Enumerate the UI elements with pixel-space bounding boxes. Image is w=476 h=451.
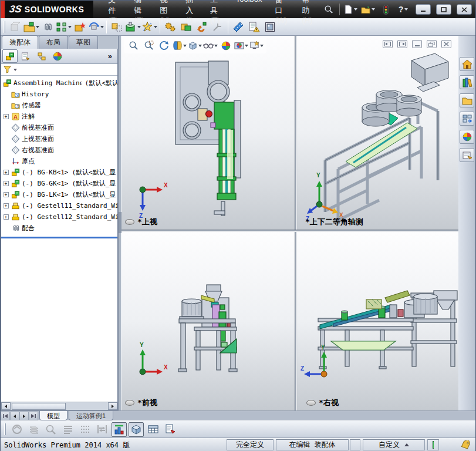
tree-item-root[interactable]: Assembling Machine (默认<默认 [1, 78, 117, 89]
component-preview-button[interactable] [60, 422, 76, 437]
tree-split-bar[interactable] [1, 237, 117, 238]
display-style-button[interactable] [188, 39, 202, 53]
insert-components-button[interactable] [23, 19, 39, 35]
mate-button[interactable] [40, 19, 55, 35]
menu-help[interactable]: 帮助(H) [295, 0, 322, 27]
prev-tab-button[interactable] [10, 412, 19, 420]
close-button[interactable] [457, 4, 472, 15]
design-table-button[interactable] [146, 422, 161, 437]
assemblyxpert-button[interactable] [194, 19, 210, 35]
tree-item-history[interactable]: History [1, 89, 117, 100]
overflow-chevron[interactable]: » [108, 52, 116, 60]
apply-scene-button[interactable] [234, 39, 248, 53]
scrollbar-thumb[interactable] [12, 403, 66, 410]
viewport-top[interactable]: X Z *上视 [121, 36, 295, 230]
tab-motion-study-1[interactable]: 运动算例1 [69, 411, 113, 420]
propertymanager-tab-button[interactable] [18, 49, 33, 63]
tree-item-right-plane[interactable]: 右视基准面 [1, 144, 117, 156]
tab-model[interactable]: 模型 [39, 411, 67, 420]
tree-filter-bar[interactable] [1, 64, 117, 76]
capture-image-button[interactable] [262, 19, 278, 35]
zoom-to-fit-button[interactable] [127, 39, 141, 53]
next-document-button[interactable] [397, 40, 407, 48]
exploded-view-button[interactable] [163, 19, 178, 35]
options-button[interactable] [379, 3, 393, 16]
tree-item-bg-kb[interactable]: +(-) BG-KB<1>(默认<默认_显 [1, 167, 117, 178]
custom-properties-button[interactable] [460, 148, 474, 162]
view-settings-button[interactable] [249, 39, 264, 53]
tree-item-sensors[interactable]: 传感器 [1, 100, 117, 111]
expand-toggle[interactable]: + [4, 214, 9, 220]
tree-item-mates[interactable]: 配合 [1, 223, 117, 234]
design-library-button[interactable] [460, 75, 474, 89]
tree-item-top-plane[interactable]: 上视基准面 [1, 133, 117, 144]
solidworks-resources-button[interactable] [460, 57, 474, 71]
performance-evaluation-button[interactable] [247, 19, 262, 35]
viewport-vertical-divider[interactable] [295, 36, 297, 410]
tree-item-origin[interactable]: 原点 [1, 156, 117, 167]
view-palette-button[interactable] [460, 112, 474, 126]
doc-restore-button[interactable] [427, 40, 437, 48]
restore-button[interactable] [436, 4, 451, 15]
tree-item-gestell12[interactable]: +(-) Gestell12_Standard_Wie [1, 211, 117, 223]
linear-component-pattern-button[interactable] [56, 19, 72, 35]
graphics-area[interactable]: X Z *上视 [121, 36, 457, 410]
zoom-to-area-button[interactable] [142, 39, 156, 53]
tree-item-bg-lk[interactable]: +(-) BG-LK<1>(默认<默认_显 [1, 189, 117, 200]
move-component-button[interactable] [88, 19, 104, 35]
interference-detection-button[interactable] [178, 19, 194, 35]
next-tab-button[interactable] [19, 412, 29, 420]
rotate-view-button[interactable] [157, 39, 171, 53]
last-tab-button[interactable] [29, 412, 38, 420]
expand-toggle[interactable]: + [4, 203, 9, 208]
minimize-button[interactable] [416, 4, 431, 15]
viewport-front[interactable]: Y X *前视 [121, 232, 295, 410]
open-document-button[interactable] [361, 3, 375, 16]
edit-appearances-button[interactable] [43, 422, 59, 437]
section-view-button[interactable] [173, 39, 187, 53]
measure-button[interactable] [231, 19, 246, 35]
tree-item-bg-gk[interactable]: +(-) BG-GK<1>(默认<默认_显 [1, 178, 117, 189]
viewport-isometric[interactable]: Y Z X *上下二等角轴测 [297, 36, 458, 230]
appearances-scenes-button[interactable] [460, 130, 474, 144]
tab-assembly[interactable]: 装配体 [2, 35, 38, 49]
reference-geometry-button[interactable] [141, 19, 157, 35]
doc-minimize-button[interactable] [412, 40, 422, 48]
expand-toggle[interactable]: + [4, 192, 9, 197]
selection-filter-button[interactable] [9, 422, 25, 437]
help-button[interactable]: ? [396, 3, 410, 16]
hide-show-items-button[interactable] [203, 39, 218, 53]
export-table-button[interactable] [163, 422, 178, 437]
viewport-horizontal-divider[interactable] [121, 230, 458, 232]
dimxpertmanager-tab-button[interactable] [50, 49, 65, 63]
featuremanager-tab-button[interactable] [2, 49, 18, 63]
configurationmanager-tab-button[interactable] [34, 49, 49, 63]
synchronize-button[interactable] [94, 422, 110, 437]
tab-layout[interactable]: 布局 [39, 35, 68, 49]
tree-item-gestell11[interactable]: +(-) Gestell11_Standard_Wie [1, 200, 117, 211]
smart-fasteners-button[interactable] [72, 19, 87, 35]
previous-document-button[interactable] [383, 40, 393, 48]
scroll-right-button[interactable] [108, 402, 117, 410]
search-button[interactable] [322, 3, 336, 16]
tree-horizontal-scrollbar[interactable] [1, 402, 117, 410]
show-hidden-components-button[interactable] [109, 19, 124, 35]
tag-button[interactable] [461, 440, 471, 451]
status-help-button[interactable]: ? [427, 439, 439, 450]
expand-toggle[interactable]: + [4, 114, 9, 119]
viewport-right[interactable]: Y Z *右视 [297, 232, 458, 410]
edit-appearance-button[interactable] [219, 39, 233, 53]
tree-item-front-plane[interactable]: 前视基准面 [1, 122, 117, 133]
explode-line-sketch-button[interactable] [210, 19, 225, 35]
assembly-features-button[interactable] [125, 19, 141, 35]
doc-close-button[interactable] [441, 40, 451, 48]
large-design-review-button[interactable] [77, 422, 93, 437]
tab-sketch[interactable]: 草图 [69, 35, 98, 49]
hide-show-components-button[interactable] [26, 422, 42, 437]
scroll-left-button[interactable] [1, 402, 11, 410]
file-explorer-button[interactable] [460, 93, 474, 107]
display-states-button[interactable] [129, 422, 144, 437]
expand-toggle[interactable]: + [4, 170, 9, 175]
tree-item-annotations[interactable]: +注解 [1, 111, 117, 122]
insert-component-button[interactable] [8, 19, 23, 35]
